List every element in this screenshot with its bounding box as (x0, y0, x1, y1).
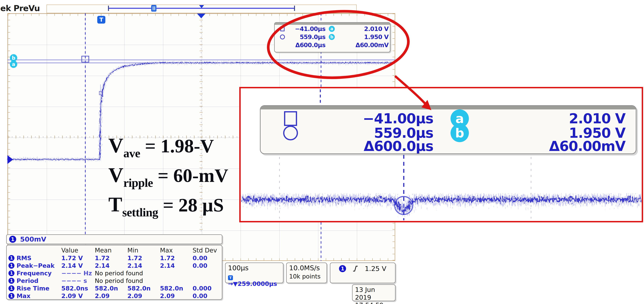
col-max: Max (160, 247, 192, 254)
acquisition-box: 10.0MS/s 10k points (286, 263, 327, 283)
datetime-box: 13 Jun 2019 17:54:59 (352, 284, 396, 301)
delay-arrows-icon: →▼ (228, 280, 238, 287)
measurement-header-row: Value Mean Min Max Std Dev (8, 247, 222, 254)
inset-gridline (279, 157, 280, 218)
cursor-b-hline (8, 60, 395, 60)
inset-gridline (531, 157, 532, 218)
inset-cursor-readout-box: −41.00µs a 2.010 V 559.0µs b 1.950 V Δ60… (260, 105, 636, 154)
inset-cursor-a-time: −41.00µs (320, 111, 433, 127)
edge-cursor-marker-icon (99, 91, 102, 95)
timebase-delay: T→▼259.0000µs (228, 273, 280, 287)
inset-circle-cursor-marker-icon (394, 196, 413, 215)
cursor-delta-volt: Δ60.00mV (338, 41, 388, 49)
cursor-a-time: −41.00µs (288, 25, 326, 32)
measurement-table: Value Mean Min Max Std Dev 1RMS 1.72 V 1… (6, 245, 222, 300)
channel1-badge: 1 (8, 293, 14, 299)
channel1-scale: 500mV (20, 235, 46, 243)
cursor-a-volt: 2.010 V (338, 25, 388, 32)
channel1-position-icon (8, 155, 13, 164)
channel1-badge: 1 (8, 285, 14, 291)
cursor-delta-time: Δ600.0µs (288, 41, 326, 49)
zoom-window-left-bracket (108, 6, 109, 11)
inset-cursor-delta-time: Δ600.0µs (320, 138, 433, 154)
cursor-b-time: 559.0µs (288, 33, 326, 40)
cursor-readout-titlebar (275, 23, 390, 25)
inset-cursor-readout-titlebar (260, 106, 636, 109)
zoom-window-handle-icon (151, 5, 156, 12)
badge-a-icon: a (329, 26, 335, 32)
channel1-badge: 1 (9, 236, 16, 243)
table-row: 1Period −−−− s No period found (8, 277, 222, 285)
square-cursor-icon (280, 26, 284, 31)
annotation-vripple: Vripple = 60-mV (108, 162, 228, 191)
channel-scale-bar: 1 500mV (6, 234, 222, 244)
trigger-channel-badge: 1 (339, 265, 346, 272)
record-length: 10k points (289, 273, 324, 280)
trigger-position-icon (197, 13, 206, 18)
annotation-vave: Vave = 1.98-V (108, 132, 228, 162)
timebase-box: 100µs T→▼259.0000µs (225, 263, 284, 283)
square-cursor-icon (284, 111, 297, 126)
circle-cursor-icon (283, 126, 298, 140)
cursor-b-volt: 1.950 V (338, 33, 388, 40)
square-cursor-marker-icon (82, 56, 89, 62)
inset-cursor-vline-top (320, 89, 321, 106)
zoom-inset: −41.00µs a 2.010 V 559.0µs b 1.950 V Δ60… (239, 87, 643, 222)
badge-b-icon: b (450, 124, 469, 142)
cursor-a-badge: a (10, 60, 17, 68)
cursor-a-hline (8, 63, 395, 63)
date-label: 13 Jun 2019 (355, 286, 392, 301)
table-row: 1Max 2.09 V 2.09 2.09 2.09 0.00 (8, 292, 222, 300)
trigger-level: 1.25 V (365, 265, 386, 273)
inset-cursor-a-volt: 2.010 V (486, 111, 625, 127)
timebase-scale: 100µs (228, 264, 280, 272)
time-label: 17:54:59 (355, 301, 392, 304)
col-min: Min (128, 247, 160, 254)
oscilloscope-screenshot: ek PreVu T b a (0, 0, 644, 304)
circle-cursor-icon (280, 34, 285, 39)
badge-b-icon: b (329, 34, 335, 40)
cursor-readout-box: −41.00µs a 2.010 V 559.0µs b 1.950 V Δ60… (274, 22, 390, 52)
col-mean: Mean (95, 247, 128, 254)
zoom-window-right-bracket (294, 6, 295, 11)
annotation-tsettling: Tsettling = 28 µS (108, 191, 228, 221)
channel1-badge: 1 (8, 263, 14, 269)
table-row: 1Peak−Peak 2.14 V 2.14 2.14 2.14 0.00 (8, 262, 222, 269)
col-value: Value (61, 247, 95, 254)
table-row: 1Frequency −−−− Hz No period found (8, 269, 222, 277)
col-stddev: Std Dev (192, 247, 219, 254)
trigger-box: 1 1.25 V (330, 263, 396, 283)
channel1-badge: 1 (8, 255, 14, 261)
sample-rate: 10.0MS/s (289, 264, 324, 272)
trigger-t-mini-icon: T (228, 275, 233, 280)
channel1-badge: 1 (8, 278, 14, 284)
table-row: 1Rise Time 582.0ns 582.0n 582.0n 582.0n … (8, 285, 222, 292)
annotation-text: Vave = 1.98-V Vripple = 60-mV Tsettling … (108, 132, 228, 221)
trigger-t-icon: T (97, 16, 105, 23)
cursor-a-vline (85, 13, 86, 261)
table-row: 1RMS 1.72 V 1.72 1.72 1.72 0.00 (8, 254, 222, 262)
inset-cursor-delta-volt: Δ60.00mV (486, 138, 625, 154)
trigger-position-bar-icon (199, 5, 204, 8)
rising-edge-icon (352, 265, 358, 272)
channel1-badge: 1 (8, 270, 14, 276)
brand-label: ek PreVu (0, 3, 40, 13)
